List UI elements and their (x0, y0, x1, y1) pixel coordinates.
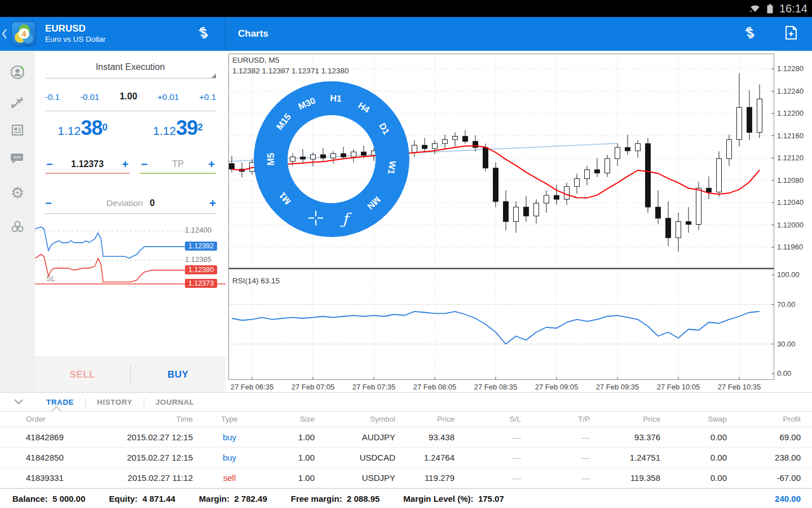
settings-gear-icon[interactable]: ⚙ (10, 185, 25, 201)
column-header-profit: Profit (727, 415, 801, 423)
sl-minus-button[interactable]: − (46, 158, 53, 171)
back-icon[interactable] (0, 17, 9, 51)
price-tick: 1.11960 (777, 243, 803, 251)
time-tick: 27 Feb 07:05 (286, 383, 340, 391)
deviation-stepper: − Deviation 0 + (45, 194, 216, 212)
column-header-price: Price (590, 415, 660, 423)
cell-order: 41842869 (26, 432, 94, 442)
free-margin: Free margin: 2 088.95 (291, 494, 380, 503)
buy-button[interactable]: BUY (131, 369, 226, 380)
account-icon[interactable] (10, 64, 25, 80)
cell-type: buy (193, 432, 266, 442)
cell-profit: 69.00 (727, 432, 801, 442)
cell-symbol: AUDJPY (315, 432, 395, 442)
trade-arrows-icon[interactable] (10, 95, 25, 111)
cell-size: 1.00 (266, 432, 315, 442)
buy-price-pip: 2 (197, 122, 202, 133)
terminal-panel: TRADEHISTORYJOURNAL OrderTimeTypeSizeSym… (0, 392, 812, 508)
tp-minus-button[interactable]: − (141, 158, 148, 171)
cell-time: 2015.02.27 12:15 (94, 453, 193, 462)
sl-value-field[interactable]: 1.12373 (71, 159, 104, 169)
price-tick: 1.12080 (777, 176, 804, 185)
volume-minus-small[interactable]: -0.01 (80, 92, 99, 102)
divider (45, 213, 216, 214)
sell-button[interactable]: SELL (35, 369, 130, 380)
community-icon[interactable] (10, 219, 25, 235)
deviation-value: Deviation 0 (45, 198, 216, 208)
time-tick: 27 Feb 08:35 (469, 383, 523, 391)
order-row[interactable]: 418393312015.02.27 11:12sell1.00USDJPY11… (0, 468, 812, 488)
buy-price-prefix: 1.12 (153, 124, 176, 137)
time-tick: 27 Feb 08:05 (408, 383, 462, 391)
cell-profit: 238.00 (727, 453, 801, 462)
divider (45, 111, 216, 111)
buy-price-big: 39 (176, 116, 197, 139)
sell-price-pip: 0 (102, 122, 107, 133)
column-header-type: Type (193, 415, 266, 423)
sell-price: 1.12380 (35, 116, 130, 140)
order-row[interactable]: 418428502015.02.27 12:15buy1.00USDCAD1.2… (0, 448, 812, 468)
cell-time: 2015.02.27 12:15 (94, 432, 193, 442)
mini-grid-price: 1.12385 (185, 255, 211, 264)
price-axis: 1.122801.122401.122001.121601.121201.120… (777, 54, 812, 381)
sell-price-big: 38 (81, 116, 102, 139)
price-tick: 1.12000 (777, 221, 804, 229)
symbol-description: Euro vs US Dollar (45, 34, 105, 45)
volume-plus-small[interactable]: +0.01 (157, 92, 179, 102)
volume-plus-large[interactable]: +0.1 (199, 92, 216, 102)
stop-loss-stepper: − 1.12373 + (45, 156, 130, 174)
equity: Equity: 4 871.44 (109, 494, 175, 503)
cell-size: 1.00 (266, 473, 315, 483)
column-header-size: Size (266, 415, 315, 423)
volume-value[interactable]: 1.00 (120, 91, 137, 102)
exchange-symbol-icon[interactable]: $ (195, 24, 213, 44)
tab-trade[interactable]: TRADE (44, 398, 76, 406)
symbol-titles[interactable]: EURUSD Euro vs US Dollar (45, 23, 105, 45)
price-tick: 1.12280 (777, 64, 804, 73)
chart-area[interactable]: EURUSD, M51.12382 1.12387 1.12371 1.1238… (226, 51, 812, 392)
column-header-swap: Swap (660, 415, 727, 423)
orders-table: 418428692015.02.27 12:15buy1.00AUDJPY93.… (0, 427, 812, 488)
exchange-symbol-icon[interactable]: $ (741, 24, 759, 44)
mini-price-badge: 1.12392 (185, 242, 217, 251)
price-tick: 1.12160 (777, 132, 804, 140)
news-icon[interactable] (10, 122, 25, 138)
active-tab-notch (52, 408, 60, 411)
take-profit-stepper: − TP + (140, 156, 216, 174)
chat-icon[interactable] (10, 150, 25, 166)
cell-swap: 0.00 (660, 453, 727, 462)
divider (144, 398, 144, 406)
svg-text:SL: SL (46, 274, 55, 283)
sl-plus-button[interactable]: + (122, 158, 129, 171)
cell-symbol: USDCAD (315, 453, 395, 462)
tab-history[interactable]: HISTORY (95, 398, 135, 406)
time-tick: 27 Feb 09:05 (529, 383, 584, 391)
order-row[interactable]: 418428692015.02.27 12:15buy1.00AUDJPY93.… (0, 427, 812, 448)
rsi-tick: 0.00 (777, 369, 791, 378)
buy-price: 1.12392 (130, 116, 226, 140)
orders-table-header: OrderTimeTypeSizeSymbolPriceS/LT/PPriceS… (0, 411, 812, 427)
cell-tp: — (521, 432, 590, 442)
tp-value-field[interactable]: TP (172, 159, 183, 169)
cell-price: 119.279 (395, 473, 454, 483)
tab-journal[interactable]: JOURNAL (153, 398, 197, 406)
cell-sl: — (454, 453, 521, 462)
execution-mode-select[interactable]: Instant Execution (35, 62, 226, 72)
time-tick: 27 Feb 10:05 (651, 383, 705, 391)
mini-price-badge: 1.12373 (185, 279, 217, 288)
tp-plus-button[interactable]: + (208, 158, 215, 171)
sell-price-prefix: 1.12 (58, 124, 81, 137)
mt4-app: 16:14 4 EURUSD Euro vs US Dollar $ (0, 0, 812, 508)
collapse-chevron-icon[interactable] (14, 398, 24, 405)
total-profit: 240.00 (775, 494, 801, 503)
time-tick: 27 Feb 06:35 (225, 383, 279, 391)
volume-minus-large[interactable]: -0.1 (45, 92, 60, 102)
cell-time: 2015.02.27 11:12 (94, 473, 193, 483)
divider (85, 398, 86, 406)
svg-text:1.12382 1.12387 1.12371 1.1238: 1.12382 1.12387 1.12371 1.12380 (232, 67, 348, 75)
column-header-sl: S/L (454, 415, 521, 423)
price-tick: 1.12200 (777, 109, 804, 117)
new-chart-icon[interactable] (784, 25, 798, 43)
cell-tp: — (521, 453, 590, 462)
symbol-name: EURUSD (45, 23, 105, 34)
